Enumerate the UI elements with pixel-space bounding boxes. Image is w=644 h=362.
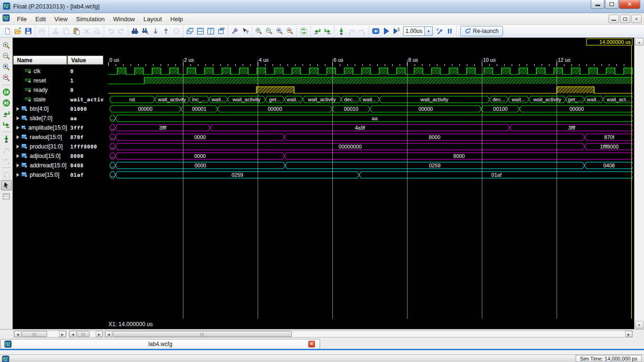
wrench-button[interactable]	[230, 26, 240, 36]
menu-simulation[interactable]: Simulation	[72, 14, 109, 24]
scroll-right-button[interactable]: ▶	[59, 331, 66, 337]
menu-file[interactable]: File	[13, 14, 31, 24]
signal-row-btn-4-0-[interactable]: btn[4:0]	[13, 104, 67, 114]
combo-dropdown-icon[interactable]: ▼	[425, 26, 433, 36]
relaunch-button[interactable]: Re-launch	[460, 26, 503, 36]
scroll-left-button[interactable]: ◀	[14, 331, 21, 337]
print-button[interactable]	[37, 26, 47, 36]
cascade-windows-button[interactable]	[185, 26, 195, 36]
open-file-button[interactable]	[13, 26, 23, 36]
tile-horizontal-button[interactable]	[195, 26, 206, 36]
vertical-scrollbar[interactable]: ▲ ▼	[634, 38, 644, 329]
value-panel-scrollbar[interactable]: ◀ ▶	[69, 330, 103, 337]
scroll-thumb[interactable]	[22, 331, 47, 337]
signal-row-state[interactable]: state	[13, 95, 67, 104]
zoom-full-button[interactable]	[1, 62, 12, 72]
prev-transition-button[interactable]	[1, 108, 12, 119]
signal-row-addrread-15-0-[interactable]: addrread[15:0]	[13, 161, 67, 170]
tab-close-icon[interactable]: ×	[308, 341, 315, 347]
signal-row-phase-15-0-[interactable]: phase[15:0]	[13, 170, 67, 180]
zoom-cursor-button[interactable]	[1, 73, 12, 83]
copy-button[interactable]	[61, 26, 71, 36]
new-file-button[interactable]	[2, 26, 13, 36]
zoom-cursor-button[interactable]	[285, 26, 295, 36]
scroll-left-button[interactable]: ◀	[69, 331, 76, 337]
go-end-button[interactable]	[1, 98, 12, 108]
scroll-down-button[interactable]: ▼	[635, 321, 644, 329]
zoom-in-button[interactable]	[254, 26, 264, 36]
scroll-track[interactable]	[112, 331, 625, 337]
expand-arrow-icon[interactable]	[17, 116, 19, 120]
signal-row-clk[interactable]: clk	[13, 66, 67, 76]
scroll-track[interactable]	[76, 331, 96, 337]
expand-arrow-icon[interactable]	[17, 154, 19, 158]
expand-arrow-icon[interactable]	[17, 173, 19, 177]
zoom-out-button[interactable]	[1, 51, 12, 61]
waveform-scrollbar[interactable]: ◀ ▶	[105, 330, 633, 337]
expand-arrow-icon[interactable]	[17, 135, 19, 139]
expand-arrow-icon[interactable]	[17, 164, 19, 167]
scroll-up-button[interactable]: ▲	[635, 38, 644, 46]
mdi-close-button[interactable]: ×	[631, 15, 642, 23]
name-panel-scrollbar[interactable]: ◀ ▶	[14, 330, 66, 337]
swap-file-button[interactable]	[1, 169, 12, 180]
panel-window-button[interactable]	[1, 191, 12, 201]
minimize-button[interactable]	[591, 0, 604, 9]
run-duration-combobox[interactable]: 1.00us▼	[403, 26, 433, 36]
run-step-button[interactable]	[1, 133, 12, 144]
expand-arrow-icon[interactable]	[17, 145, 19, 148]
delete-button[interactable]	[82, 26, 92, 36]
undo-button[interactable]	[106, 26, 116, 36]
goto-prev-button[interactable]	[312, 26, 322, 36]
zoom-out-button[interactable]	[264, 26, 274, 36]
run-step-button[interactable]	[336, 26, 347, 36]
stop-button[interactable]	[171, 26, 182, 36]
zoom-full-button[interactable]	[274, 26, 285, 36]
signal-row-slide-7-0-[interactable]: slide[7:0]	[13, 114, 67, 123]
goto-next-button[interactable]	[322, 26, 333, 36]
refresh-button[interactable]	[298, 26, 309, 36]
paste-button[interactable]	[71, 26, 82, 36]
menu-edit[interactable]: Edit	[31, 14, 50, 24]
menu-layout[interactable]: Layout	[139, 14, 166, 24]
next-transition-button[interactable]	[1, 119, 12, 130]
wave-row-clk[interactable]	[108, 68, 633, 74]
arrow-down-button[interactable]	[150, 26, 161, 36]
run-all-button[interactable]	[381, 26, 391, 36]
signal-row-rawlout-15-0-[interactable]: rawlout[15:0]	[13, 132, 67, 142]
next-edge-button[interactable]	[1, 155, 12, 165]
float-window-button[interactable]	[216, 26, 226, 36]
pointer-tool-button[interactable]	[1, 180, 12, 190]
prev-edge-button[interactable]	[347, 26, 357, 36]
menu-view[interactable]: View	[50, 14, 72, 24]
zoom-in-button[interactable]	[1, 40, 12, 50]
arrow-up-button[interactable]	[161, 26, 171, 36]
step-button[interactable]	[434, 26, 445, 36]
break-button[interactable]	[445, 26, 455, 36]
redo-button[interactable]	[116, 26, 126, 36]
signal-row-adjlout-15-0-[interactable]: adjlout[15:0]	[13, 151, 67, 161]
tile-vertical-button[interactable]	[206, 26, 216, 36]
name-column-header[interactable]: Name	[13, 56, 67, 65]
go-start-button[interactable]	[1, 87, 12, 97]
scroll-thumb[interactable]	[113, 331, 292, 337]
mdi-minimize-button[interactable]	[609, 15, 619, 23]
value-column-header[interactable]: Value	[67, 56, 103, 65]
mdi-restore-button[interactable]	[620, 15, 630, 23]
context-help-button[interactable]: ?	[240, 26, 250, 36]
find-button[interactable]	[130, 26, 140, 36]
close-button[interactable]: ×	[619, 0, 640, 9]
scroll-right-button[interactable]: ▶	[96, 331, 103, 337]
run-for-button[interactable]	[391, 26, 402, 36]
next-edge-button[interactable]	[357, 26, 367, 36]
prev-edge-button[interactable]	[1, 144, 12, 155]
scroll-track[interactable]	[21, 331, 59, 337]
find-next-button[interactable]	[140, 26, 150, 36]
expand-arrow-icon[interactable]	[17, 126, 19, 130]
scroll-right-button[interactable]: ▶	[625, 331, 632, 337]
menu-help[interactable]: Help	[166, 14, 187, 24]
signal-row-reset[interactable]: reset	[13, 76, 67, 85]
scroll-left-button[interactable]: ◀	[105, 331, 112, 337]
menu-window[interactable]: Window	[109, 14, 139, 24]
scroll-thumb[interactable]	[77, 331, 90, 337]
